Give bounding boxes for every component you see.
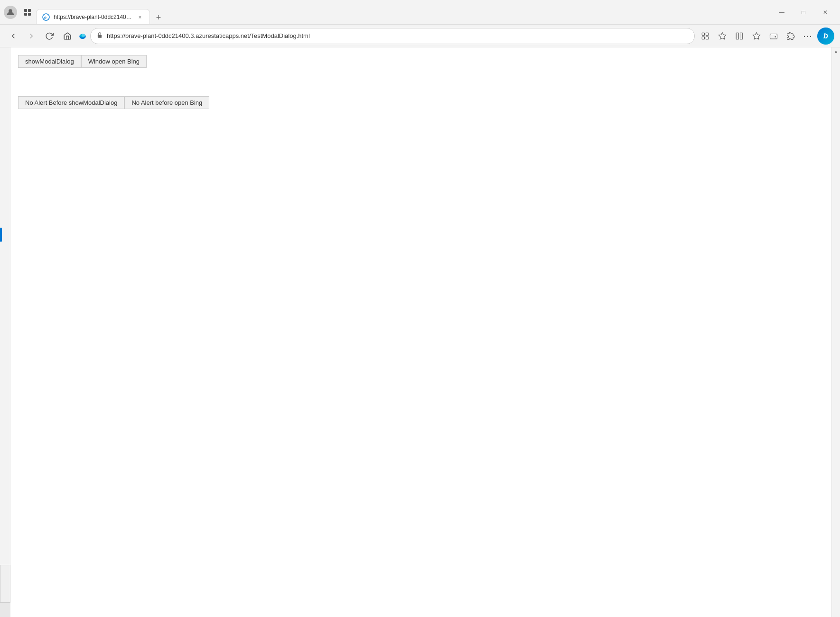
svg-marker-18 xyxy=(753,32,760,39)
svg-rect-4 xyxy=(28,13,31,16)
left-sidebar-strip xyxy=(0,47,10,617)
close-button[interactable]: ✕ xyxy=(814,5,836,20)
tab-grid-icon[interactable] xyxy=(21,6,34,19)
new-tab-button[interactable]: + xyxy=(152,11,165,24)
navigation-bar: https://brave-plant-0ddc21400.3.azuresta… xyxy=(0,25,840,47)
address-bar[interactable]: https://brave-plant-0ddc21400.3.azuresta… xyxy=(90,28,695,44)
add-favorites-icon[interactable] xyxy=(749,28,764,44)
show-modal-dialog-button[interactable]: showModalDialog xyxy=(18,55,81,68)
svg-rect-17 xyxy=(740,33,743,39)
more-options-icon[interactable]: ··· xyxy=(800,28,815,44)
browser-wallet-icon[interactable] xyxy=(766,28,781,44)
window-open-bing-button[interactable]: Window open Bing xyxy=(81,55,147,68)
svg-point-9 xyxy=(82,34,85,37)
minimize-button[interactable]: — xyxy=(771,5,793,20)
maximize-button[interactable]: □ xyxy=(793,5,814,20)
tab-close-button[interactable]: × xyxy=(136,13,144,21)
url-text: https://brave-plant-0ddc21400.3.azuresta… xyxy=(107,32,689,39)
page-buttons-row-2: No Alert Before showModalDialog No Alert… xyxy=(18,96,824,109)
page-content: showModalDialog Window open Bing No Aler… xyxy=(10,47,831,617)
tab-bar: e https://brave-plant-0ddc21400.3... × + xyxy=(36,7,771,24)
refresh-button[interactable] xyxy=(42,28,57,44)
forward-button[interactable] xyxy=(24,28,39,44)
lock-icon xyxy=(96,32,103,40)
home-button[interactable] xyxy=(60,28,75,44)
browser-body: showModalDialog Window open Bing No Aler… xyxy=(0,47,840,617)
svg-rect-10 xyxy=(98,35,102,37)
scroll-position-indicator xyxy=(0,228,2,242)
title-bar: e https://brave-plant-0ddc21400.3... × +… xyxy=(0,0,840,25)
svg-rect-16 xyxy=(736,33,738,39)
right-scrollbar[interactable]: ▲ xyxy=(831,47,840,617)
svg-rect-19 xyxy=(770,34,777,39)
svg-rect-11 xyxy=(702,33,704,35)
bottom-left-panel xyxy=(0,565,10,603)
back-button[interactable] xyxy=(6,28,21,44)
svg-rect-13 xyxy=(702,37,704,39)
title-bar-left xyxy=(4,6,34,19)
bottom-left-strip xyxy=(0,603,10,617)
no-alert-open-bing-button[interactable]: No Alert before open Bing xyxy=(124,96,209,109)
browser-extensions-icon[interactable] xyxy=(783,28,798,44)
nav-right-icons: ··· b xyxy=(698,28,834,45)
svg-rect-14 xyxy=(706,37,709,39)
no-alert-show-modal-button[interactable]: No Alert Before showModalDialog xyxy=(18,96,124,109)
svg-rect-3 xyxy=(24,13,27,16)
profile-icon[interactable] xyxy=(4,6,17,19)
tab-favicon: e xyxy=(42,13,50,21)
read-view-icon[interactable] xyxy=(732,28,747,44)
svg-marker-15 xyxy=(719,32,726,39)
svg-rect-2 xyxy=(28,9,31,12)
page-buttons-row-1: showModalDialog Window open Bing xyxy=(18,55,824,68)
tab-title: https://brave-plant-0ddc21400.3... xyxy=(54,14,132,20)
window-controls: — □ ✕ xyxy=(771,5,836,20)
scrollbar-up-arrow[interactable]: ▲ xyxy=(833,47,840,55)
edge-browser-icon xyxy=(78,31,87,41)
page-inner: showModalDialog Window open Bing No Aler… xyxy=(10,47,831,117)
svg-rect-1 xyxy=(24,9,27,12)
svg-rect-12 xyxy=(706,33,709,35)
collections-icon[interactable] xyxy=(698,28,713,44)
active-tab[interactable]: e https://brave-plant-0ddc21400.3... × xyxy=(36,9,150,24)
favorites-icon[interactable] xyxy=(715,28,730,44)
svg-text:e: e xyxy=(44,15,47,20)
bing-copilot-button[interactable]: b xyxy=(817,28,834,45)
browser-window: e https://brave-plant-0ddc21400.3... × +… xyxy=(0,0,840,617)
